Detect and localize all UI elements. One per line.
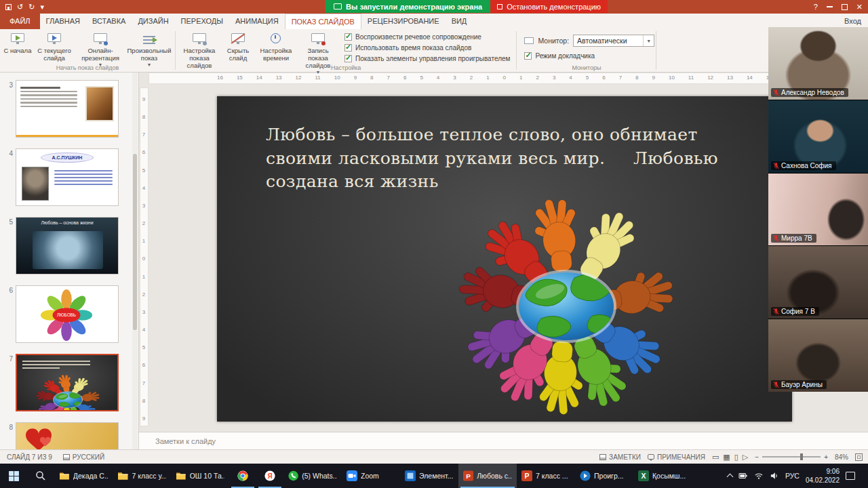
zoom-out-button[interactable]: − (755, 453, 759, 461)
hands-around-globe-image[interactable] (376, 164, 756, 449)
thumbnails-scrollbar[interactable] (132, 73, 138, 449)
volume-icon[interactable] (770, 472, 779, 480)
from-current-slide-button[interactable]: С текущего слайда (33, 30, 75, 65)
ruler-number: 15 (237, 75, 243, 81)
participant-name: Александр Неводов (771, 88, 848, 97)
ruler-number: 4 (437, 75, 439, 81)
stop-share-button[interactable]: Остановить демонстрацию (490, 0, 608, 13)
taskbar-whatsapp[interactable]: (5) Whats... (283, 464, 342, 488)
slide-thumbnail-5[interactable]: Любовь – основа жизни (16, 217, 119, 274)
taskbar-item-label: 7 класс у... (132, 472, 166, 480)
taskbar-folder-dekada[interactable]: Декада С... (54, 464, 113, 488)
zoom-participant-tile[interactable]: София 7 В (768, 246, 868, 319)
blueapp-icon (405, 470, 416, 481)
tab-slideshow[interactable]: ПОКАЗ СЛАЙДОВ (285, 14, 361, 29)
monitor-select[interactable]: Автоматически ▼ (573, 35, 654, 47)
tab-transitions[interactable]: ПЕРЕХОДЫ (175, 14, 229, 29)
heart-image (23, 427, 54, 449)
ruler-number: 7 (142, 380, 145, 386)
ruler-number: 12 (707, 75, 713, 81)
reading-view-button[interactable]: ▯ (734, 453, 738, 462)
taskbar-start[interactable] (0, 464, 27, 488)
zoom-level[interactable]: 84% (835, 453, 848, 461)
taskbar-player[interactable]: Проигр... (575, 464, 633, 488)
tray-time: 9:06 (806, 467, 840, 476)
language-indicator[interactable]: РУССКИЙ (63, 453, 104, 461)
minimize-button[interactable] (827, 6, 833, 7)
zoom-in-button[interactable]: + (824, 453, 828, 461)
screenshare-message: Вы запустили демонстрацию экрана (326, 0, 490, 13)
online-presentation-button[interactable]: Онлайн-презентация ▼ (75, 30, 125, 65)
taskbar-chrome[interactable] (229, 464, 256, 488)
zoom-participant-tile[interactable]: Бауэр Арины (768, 319, 868, 392)
close-button[interactable]: ✕ (856, 3, 863, 12)
qat-dropdown-icon[interactable]: ▾ (40, 3, 44, 11)
slideshow-view-button[interactable]: ▷ (743, 453, 748, 462)
zoom-participant-tile[interactable]: Александр Неводов (768, 27, 868, 100)
slide-number: 3 (4, 80, 13, 138)
from-beginning-button[interactable]: С начала (2, 30, 33, 65)
wifi-icon[interactable] (754, 472, 764, 480)
taskbar-element[interactable]: Элемент... (400, 464, 458, 488)
slide-thumbnail-4[interactable]: А.С.ПУШКИН (16, 148, 119, 206)
language-switcher[interactable]: РУС (785, 472, 800, 480)
taskbar-powerpoint-lubov[interactable]: PЛюбовь с... (458, 464, 517, 488)
checkbox-show-media-controls[interactable]: Показать элементы управления проигрывате… (344, 55, 510, 62)
rehearse-timings-button[interactable]: Настройка времени (255, 30, 297, 65)
slide-sorter-view-button[interactable]: ▦ (723, 453, 730, 462)
taskbar-search[interactable] (27, 464, 54, 488)
slide-thumbnail-7-current[interactable] (16, 354, 119, 411)
action-center-icon[interactable] (846, 472, 855, 480)
checkbox-play-narration[interactable]: Воспроизвести речевое сопровождение (344, 33, 510, 41)
restore-button[interactable] (842, 4, 848, 10)
fit-to-window-button[interactable] (855, 453, 863, 461)
zoom-slider[interactable] (762, 456, 821, 458)
taskbar: Декада С...7 класс у...ОШ 10 Та...Я(5) W… (0, 464, 868, 488)
clock-icon (266, 32, 286, 47)
tray-expand-icon[interactable] (726, 474, 733, 481)
checkbox-use-timings[interactable]: Использовать время показа слайдов (344, 44, 510, 52)
tab-insert[interactable]: ВСТАВКА (86, 14, 132, 29)
help-button[interactable]: ? (814, 3, 818, 11)
participant-name: Сахнова София (771, 161, 836, 170)
ruler-number: 10 (334, 75, 340, 81)
taskbar-excel-kosymsh[interactable]: XҚосымш... (633, 464, 692, 488)
tab-home[interactable]: ГЛАВНАЯ (40, 14, 86, 29)
notes-toggle[interactable]: ЗАМЕТКИ (599, 453, 641, 461)
redo-icon[interactable]: ↻ (28, 3, 35, 11)
ruler-number: 9 (142, 415, 145, 422)
setup-slideshow-button[interactable]: Настройка показа слайдов (178, 30, 221, 65)
taskbar-zoom[interactable]: Zoom (342, 464, 400, 488)
save-icon[interactable] (5, 4, 12, 10)
undo-icon[interactable]: ↺ (17, 3, 23, 11)
taskbar-folder-7klass[interactable]: 7 класс у... (113, 464, 171, 488)
ruler-number: 5 (142, 167, 145, 174)
slide-thumbnail-3[interactable] (16, 80, 119, 138)
clock[interactable]: 9:06 04.02.2022 (806, 467, 840, 485)
battery-icon[interactable] (738, 472, 748, 480)
normal-view-button[interactable]: ▭ (712, 453, 719, 462)
slide-thumbnail-6[interactable]: ЛЮБОВЬ (16, 285, 119, 343)
ribbon-group-monitors: Монитор: Автоматически ▼ Режим докладчик… (517, 29, 656, 72)
sign-in-link[interactable]: Вход (844, 17, 861, 25)
tab-design[interactable]: ДИЗАЙН (132, 14, 174, 29)
checkbox-presenter-view[interactable]: Режим докладчика (524, 52, 654, 60)
taskbar-folder-osh10[interactable]: ОШ 10 Та... (171, 464, 229, 488)
zoom-participant-tile[interactable]: Сахнова София (768, 100, 868, 174)
ruler-number: 3 (553, 75, 555, 81)
slide-canvas[interactable]: Любовь – большое теплое слово, оно обним… (217, 96, 792, 422)
notes-pane[interactable]: Заметки к слайду (139, 432, 868, 449)
hide-slide-button[interactable]: Скрыть слайд (221, 30, 255, 65)
slide-thumbnail-8[interactable] (16, 422, 119, 449)
tab-review[interactable]: РЕЦЕНЗИРОВАНИЕ (361, 14, 446, 29)
tab-file[interactable]: ФАЙЛ (0, 14, 40, 29)
zoom-slider-thumb[interactable] (800, 453, 803, 460)
taskbar-powerpoint-7klass[interactable]: P7 класс ... (517, 464, 575, 488)
taskbar-yandex[interactable]: Я (256, 464, 283, 488)
tab-view[interactable]: ВИД (446, 14, 473, 29)
custom-slideshow-button[interactable]: Произвольный показ ▼ (125, 30, 173, 65)
tab-animation[interactable]: АНИМАЦИЯ (229, 14, 285, 29)
comments-toggle[interactable]: ПРИМЕЧАНИЯ (648, 453, 705, 461)
record-slideshow-button[interactable]: Запись показа слайдов ▼ (297, 30, 339, 65)
zoom-participant-tile[interactable]: Мирра 7В (768, 174, 868, 247)
